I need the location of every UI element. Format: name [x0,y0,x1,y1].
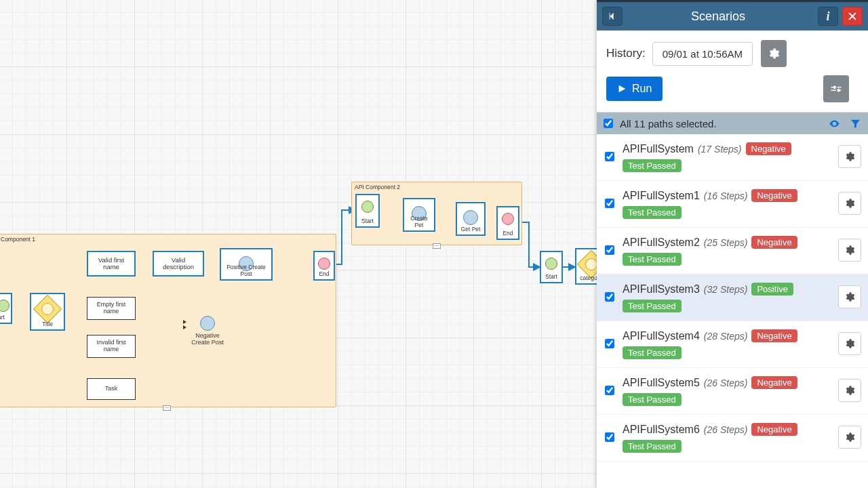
scenario-status-badge: Test Passed [623,440,682,453]
history-label: History: [606,47,646,60]
scenario-list[interactable]: APIFullSystem (17 Steps)NegativeTest Pas… [597,134,868,488]
scenario-status-badge: Test Passed [623,346,682,359]
select-all-text: All 11 paths selected. [620,118,717,129]
scenario-steps: (26 Steps) [704,378,748,388]
node-title-gateway[interactable]: Title [30,293,65,331]
scenario-name: APIFullSystem2 [623,237,700,249]
scenario-status-badge: Test Passed [623,393,682,406]
node-valid-description[interactable]: Valid description [153,251,204,277]
scenario-type-badge: Negative [751,329,797,342]
select-all-checkbox[interactable] [604,119,613,128]
scenario-settings-button[interactable] [838,285,861,308]
scenario-settings-button[interactable] [838,332,861,355]
scenario-checkbox[interactable] [605,245,614,255]
info-button[interactable]: i [818,7,838,26]
scenario-status-badge: Test Passed [623,300,682,312]
run-settings-button[interactable] [823,75,849,102]
node-g2-start[interactable]: Start [355,194,380,228]
group-collapse-handle[interactable]: — [163,405,171,411]
scenario-type-badge: Negative [751,189,797,202]
scenario-name: APIFullSystem6 [623,424,700,436]
scenario-settings-button[interactable] [838,145,861,168]
scenario-item[interactable]: APIFullSystem5 (26 Steps)NegativeTest Pa… [597,368,868,415]
panel-title: Scenarios [623,9,814,24]
scenario-steps: (26 Steps) [704,424,748,435]
scenario-checkbox[interactable] [605,386,614,395]
scenario-name: APIFullSystem [623,143,694,155]
history-value[interactable]: 09/01 at 10:56AM [652,42,753,66]
scenarios-panel: Scenarios i History: 09/01 at 10:56AM Ru… [597,0,868,488]
run-button-label: Run [632,83,652,95]
scenario-steps: (25 Steps) [704,237,748,248]
node-negative-create-post[interactable]: Negative Create Post [187,316,228,346]
scenario-type-badge: Negative [751,236,797,249]
scenario-steps: (32 Steps) [704,284,748,295]
node-g2-get-pet[interactable]: Get Pet [456,202,486,236]
collapse-panel-button[interactable] [602,7,623,26]
scenario-checkbox[interactable] [605,292,614,302]
scenario-checkbox[interactable] [605,339,614,348]
scenario-name: APIFullSystem5 [623,377,700,389]
node-empty-first-name[interactable]: Empty first name [87,297,136,320]
scenario-name: APIFullSystem3 [623,283,700,296]
scenario-status-badge: Test Passed [623,253,682,266]
scenario-item[interactable]: APIFullSystem2 (25 Steps)NegativeTest Pa… [597,228,868,274]
run-button[interactable]: Run [606,77,663,101]
panel-header: Scenarios i [597,2,868,30]
scenario-steps: (28 Steps) [704,331,748,342]
scenario-name: APIFullSystem1 [623,190,700,202]
scenario-checkbox[interactable] [605,432,614,442]
node-g2-end[interactable]: End [496,206,519,240]
group-collapse-handle[interactable]: — [433,243,441,249]
scenario-type-badge: Negative [746,142,791,155]
scenario-settings-button[interactable] [838,379,861,402]
scenario-item[interactable]: APIFullSystem (17 Steps)NegativeTest Pas… [597,134,868,181]
node-start-left[interactable]: art [0,293,12,324]
scenario-item[interactable]: APIFullSystem3 (32 Steps)PositiveTest Pa… [597,274,868,321]
select-all-bar: All 11 paths selected. [597,113,868,134]
scenario-settings-button[interactable] [838,426,861,449]
scenario-type-badge: Negative [751,423,797,436]
node-invalid-first-name[interactable]: Invalid first name [87,335,136,358]
visibility-icon[interactable] [829,118,840,129]
node-task[interactable]: Task [87,378,136,400]
panel-toolbar: History: 09/01 at 10:56AM Run [597,30,868,113]
node-positive-create-post[interactable]: Positive Create Post [220,248,273,281]
scenario-status-badge: Test Passed [623,206,682,219]
node-valid-first-name[interactable]: Valid first name [87,251,136,277]
scenario-checkbox[interactable] [605,199,614,208]
node-right-start[interactable]: Start [540,251,563,283]
group-label: API Component 2 [355,184,400,190]
node-end-1[interactable]: End [313,251,335,281]
scenario-status-badge: Test Passed [623,159,682,172]
scenario-steps: (17 Steps) [698,144,742,155]
scenario-checkbox[interactable] [605,152,614,161]
scenario-item[interactable]: APIFullSystem4 (28 Steps)NegativeTest Pa… [597,321,868,368]
scenario-steps: (16 Steps) [704,190,748,201]
scenario-item[interactable]: APIFullSystem6 (26 Steps)NegativeTest Pa… [597,415,868,462]
scenario-settings-button[interactable] [838,239,861,262]
scenario-type-badge: Positive [751,283,793,296]
group-label: Component 1 [1,236,35,243]
scenario-item[interactable]: APIFullSystem1 (16 Steps)NegativeTest Pa… [597,181,868,228]
node-g2-create-pet[interactable]: Create Pet [403,198,435,232]
history-settings-button[interactable] [761,40,787,67]
scenario-type-badge: Negative [751,376,797,389]
close-panel-button[interactable] [842,7,863,26]
filter-icon[interactable] [850,118,861,129]
scenario-settings-button[interactable] [838,192,861,215]
scenario-name: APIFullSystem4 [623,330,700,342]
